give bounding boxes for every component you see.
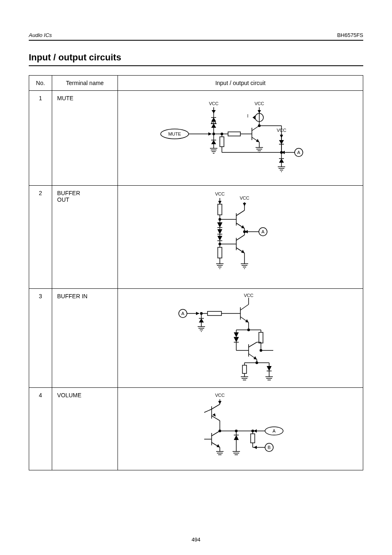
svg-marker-10 (211, 117, 216, 122)
svg-marker-67 (218, 201, 221, 204)
svg-marker-170 (218, 401, 221, 404)
row-circuit: A VCC (118, 289, 363, 388)
svg-rect-202 (251, 434, 255, 443)
col-name: Terminal name (52, 76, 118, 91)
label: A (261, 229, 265, 234)
section-rule (29, 65, 363, 66)
svg-marker-116 (199, 318, 204, 322)
table-row: 4 VOLUME (29, 388, 363, 470)
svg-marker-71 (217, 223, 222, 228)
label: I (247, 113, 248, 118)
svg-marker-112 (196, 312, 199, 315)
svg-rect-68 (218, 204, 222, 215)
circuit-svg: VCC VCC A (183, 190, 298, 284)
doc-id: BH6575FS (337, 32, 363, 38)
label: VCC (254, 101, 264, 106)
row-name: MUTE (52, 91, 118, 186)
svg-marker-42 (258, 110, 261, 113)
svg-line-147 (249, 342, 257, 347)
label: B (267, 445, 270, 450)
svg-marker-74 (217, 229, 222, 234)
col-no: No. (29, 76, 52, 91)
svg-line-172 (204, 409, 212, 412)
svg-marker-95 (243, 203, 246, 206)
svg-marker-199 (254, 429, 257, 433)
svg-marker-5 (211, 124, 216, 128)
svg-marker-77 (217, 236, 222, 241)
table-row: 1 MUTE (29, 91, 363, 186)
brand-text: Audio ICs (29, 32, 52, 38)
label: A (181, 311, 184, 316)
label: MUTE (168, 131, 181, 136)
svg-rect-25 (220, 137, 224, 147)
svg-marker-2 (208, 132, 212, 136)
svg-line-173 (212, 416, 220, 421)
row-name: BUFFER OUT (52, 186, 118, 289)
svg-marker-134 (234, 332, 239, 337)
row-circuit: VCC A B (118, 388, 363, 470)
label: VCC (244, 293, 253, 298)
section-title: Input / output circuits (29, 52, 363, 63)
circuit-svg: VCC A B (166, 392, 314, 466)
col-circ: Input / output circuit (118, 76, 363, 91)
label: VCC (209, 101, 218, 106)
svg-marker-163 (267, 366, 272, 371)
table-row: 2 BUFFER OUT (29, 186, 363, 289)
svg-rect-28 (228, 132, 240, 136)
header-rule (29, 40, 363, 41)
row-name: VOLUME (52, 388, 118, 470)
svg-marker-191 (234, 435, 239, 440)
circuit-svg: MUTE VCC VCC I VCC A (146, 95, 335, 181)
row-circuit: MUTE VCC VCC I VCC A (118, 91, 363, 186)
svg-marker-54 (280, 135, 283, 138)
svg-line-126 (240, 304, 249, 310)
svg-marker-136 (234, 337, 239, 342)
svg-line-174 (212, 404, 220, 409)
svg-marker-205 (254, 446, 257, 449)
svg-marker-16 (211, 140, 216, 144)
svg-marker-175 (212, 413, 216, 417)
row-no: 4 (29, 388, 52, 470)
svg-line-180 (212, 431, 220, 436)
label: A (272, 428, 276, 433)
row-no: 2 (29, 186, 52, 289)
circuit-svg: A VCC (166, 293, 314, 383)
svg-rect-80 (218, 247, 222, 258)
row-circuit: VCC VCC A (118, 186, 363, 289)
table-row: 3 BUFFER IN (29, 289, 363, 388)
svg-marker-52 (279, 140, 284, 144)
row-no: 1 (29, 91, 52, 186)
svg-rect-123 (208, 311, 221, 315)
io-circuit-table: No. Terminal name Input / output circuit… (29, 75, 363, 470)
label: VCC (215, 393, 224, 398)
svg-line-97 (236, 235, 244, 240)
svg-marker-44 (253, 115, 255, 120)
label: A (297, 150, 300, 155)
label: VCC (215, 191, 224, 196)
page-header: Audio ICs BH6575FS (29, 32, 363, 38)
row-name: BUFFER IN (52, 289, 118, 388)
page-number: 494 (0, 537, 392, 543)
svg-line-91 (236, 210, 244, 216)
svg-rect-142 (259, 332, 263, 343)
label: VCC (277, 128, 286, 133)
row-no: 3 (29, 289, 52, 388)
svg-rect-156 (242, 365, 247, 373)
svg-marker-57 (279, 159, 284, 163)
label: VCC (240, 196, 249, 200)
svg-marker-13 (212, 110, 216, 113)
